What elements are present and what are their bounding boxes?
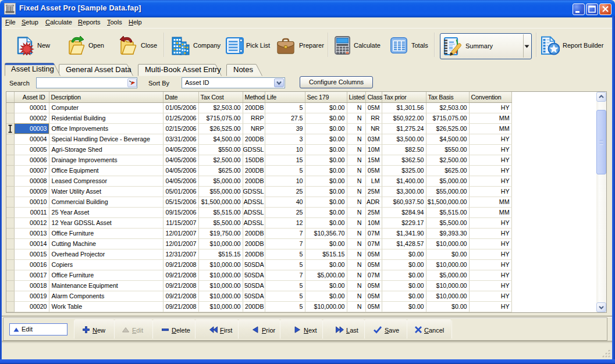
svg-text:Notes: Notes: [233, 65, 253, 74]
svg-text:Multi-Book Asset Entry: Multi-Book Asset Entry: [145, 65, 221, 74]
svg-text:General Asset Data: General Asset Data: [66, 65, 131, 74]
svg-text:Asset Listing: Asset Listing: [11, 65, 54, 73]
